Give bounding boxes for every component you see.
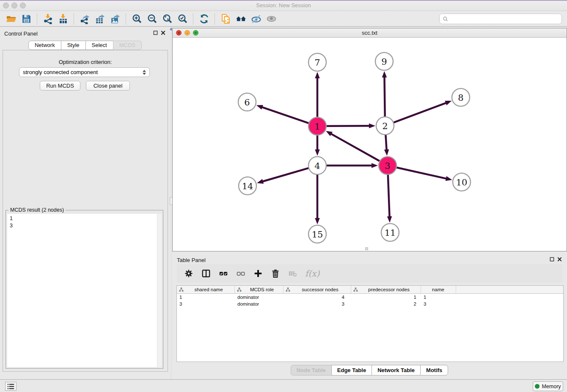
network-window-titlebar[interactable]: x - + scc.txt: [173, 28, 567, 38]
search-field[interactable]: [439, 14, 562, 24]
combo-stepper-icon: [143, 70, 146, 75]
task-history-button[interactable]: [5, 382, 17, 391]
control-panel-tabs: Network Style Select MCDS: [0, 41, 171, 50]
delete-table-button[interactable]: [288, 268, 298, 279]
toolbar-separator: [74, 14, 74, 25]
show-columns-button[interactable]: [201, 268, 211, 279]
column-header-predecessor-nodes[interactable]: predecessor nodes: [351, 286, 421, 293]
graph-edge-2-9[interactable]: [384, 76, 385, 117]
select-all-rows-button[interactable]: [218, 268, 228, 279]
save-icon: [21, 14, 32, 24]
tab-mcds[interactable]: MCDS: [113, 41, 142, 50]
close-panel-button[interactable]: Close panel: [86, 81, 130, 91]
graph-node-label: 2: [382, 121, 388, 131]
graph-edge-3-1[interactable]: [330, 133, 380, 161]
splitter-collapse-icon[interactable]: [170, 28, 172, 31]
table-settings-button[interactable]: [184, 268, 194, 279]
copy-view-icon: [220, 14, 231, 24]
graph-edge-3-11[interactable]: [388, 174, 390, 218]
mcds-result-title: MCDS result (2 nodes): [8, 207, 66, 213]
create-column-button[interactable]: [253, 268, 263, 279]
save-session-button[interactable]: [19, 13, 34, 25]
export-table-icon: [95, 14, 105, 24]
graph-node-label: 1: [314, 121, 320, 132]
optimization-criterion-select[interactable]: strongly connected component: [19, 67, 150, 77]
close-table-panel-icon[interactable]: [557, 257, 562, 262]
arrowhead-icon: [446, 176, 452, 181]
home-layout-button[interactable]: [233, 13, 248, 25]
cell-mcds-role: dominator: [235, 301, 284, 306]
zoom-out-icon: [147, 14, 157, 24]
search-input[interactable]: [449, 15, 561, 23]
tab-network[interactable]: Network: [28, 41, 61, 50]
refresh-view-button[interactable]: [196, 13, 212, 25]
tab-motifs[interactable]: Motifs: [420, 365, 448, 375]
export-image-button[interactable]: [107, 13, 123, 25]
tab-style[interactable]: Style: [61, 41, 86, 50]
graph-edge-1-6[interactable]: [261, 107, 309, 123]
tab-node-table[interactable]: Node Table: [291, 365, 332, 375]
houses-icon: [236, 14, 246, 24]
close-panel-icon[interactable]: [161, 30, 165, 35]
memory-button[interactable]: Memory: [533, 381, 563, 391]
result-scrollbar[interactable]: [157, 214, 162, 367]
search-icon: [443, 16, 449, 22]
app-title: Session: New Session: [0, 2, 567, 8]
graph-edge-1-2[interactable]: [326, 126, 370, 126]
gear-icon: [184, 269, 193, 278]
delete-table-icon: [288, 269, 297, 278]
graph-edge-2-3[interactable]: [385, 135, 386, 151]
column-header-successor-nodes[interactable]: successor nodes: [284, 286, 351, 293]
import-table-button[interactable]: [55, 13, 71, 25]
open-session-button[interactable]: [3, 13, 19, 25]
function-builder-button[interactable]: f(x): [305, 268, 319, 279]
table-row[interactable]: 3 dominator 3 2 3: [177, 301, 563, 307]
import-network-button[interactable]: [40, 13, 55, 25]
graph-edge-4-14[interactable]: [262, 168, 309, 182]
float-panel-icon[interactable]: [153, 30, 158, 35]
columns-icon: [201, 269, 211, 278]
graph-node-label: 3: [385, 161, 390, 171]
arrowhead-icon: [445, 101, 451, 105]
deselect-all-rows-button[interactable]: [236, 268, 246, 279]
zoom-fit-button[interactable]: [160, 13, 175, 25]
arrowhead-icon: [315, 72, 320, 78]
graph-edge-3-10[interactable]: [396, 168, 447, 179]
cell-name: 3: [421, 301, 456, 306]
tab-select[interactable]: Select: [85, 41, 113, 50]
column-header-shared-name[interactable]: shared name: [177, 286, 235, 293]
arrowhead-icon: [315, 218, 320, 224]
column-header-name[interactable]: name: [421, 286, 456, 293]
export-network-button[interactable]: [77, 13, 92, 25]
zoom-selected-icon: [177, 14, 188, 24]
column-header-mcds-role[interactable]: MCDS role: [235, 286, 284, 293]
delete-column-button[interactable]: [270, 268, 281, 279]
run-mcds-button[interactable]: Run MCDS: [40, 81, 80, 91]
export-table-button[interactable]: [92, 13, 107, 25]
table-row[interactable]: 1 dominator 4 1 1: [177, 294, 563, 301]
plus-icon: [253, 269, 263, 278]
zoom-in-button[interactable]: [129, 13, 144, 25]
network-canvas[interactable]: 7968124314101511: [173, 38, 567, 251]
window-top-accent: [0, 0, 567, 1]
zoom-out-button[interactable]: [144, 13, 160, 25]
status-bar: Memory: [0, 379, 567, 392]
hide-selected-button[interactable]: [248, 13, 264, 25]
float-table-panel-icon[interactable]: [550, 257, 554, 262]
open-folder-icon: [6, 14, 17, 24]
checked-boxes-icon: [219, 269, 228, 278]
mcds-result-textarea[interactable]: 1 3: [7, 214, 162, 367]
graph-edge-2-8[interactable]: [394, 102, 447, 122]
tab-network-table[interactable]: Network Table: [372, 365, 421, 375]
copy-network-view-button[interactable]: [218, 13, 233, 25]
trash-icon: [271, 269, 280, 278]
tab-edge-table[interactable]: Edge Table: [331, 365, 372, 375]
refresh-icon: [199, 14, 209, 24]
show-all-button[interactable]: [264, 13, 279, 25]
cell-successor: 4: [284, 295, 351, 300]
arrowhead-icon: [387, 216, 392, 223]
zoom-selected-button[interactable]: [175, 13, 190, 25]
toolbar-separator: [126, 14, 126, 25]
app-titlebar: Session: New Session: [0, 0, 567, 11]
canvas-resize-handle[interactable]: [365, 247, 368, 250]
